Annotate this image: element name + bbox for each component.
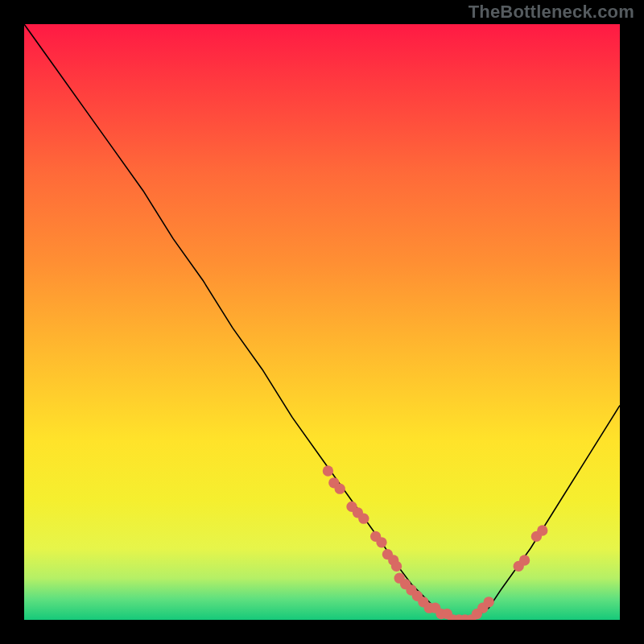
bottleneck-chart [24,24,620,620]
marker-markers-left [358,514,369,524]
marker-markers-left [376,537,386,547]
marker-markers-right [537,525,547,535]
marker-markers-valley [484,597,494,607]
marker-markers-left [335,484,345,494]
marker-markers-left [391,561,402,572]
plot-background [24,24,620,620]
chart-root: TheBottleneck.com [0,0,644,644]
marker-markers-left [323,465,333,476]
marker-markers-right [519,555,530,565]
watermark-text: TheBottleneck.com [469,2,634,23]
